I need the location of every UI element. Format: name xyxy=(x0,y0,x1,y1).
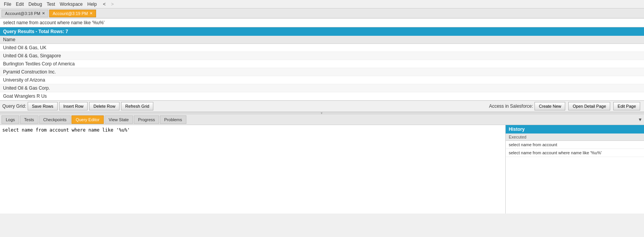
tab-bar: Account@3:18 PM ✕ Account@3:19 PM ✕ xyxy=(0,8,644,18)
tab-progress[interactable]: Progress xyxy=(134,115,159,124)
tab-account-318[interactable]: Account@3:18 PM ✕ xyxy=(2,10,48,17)
table-cell: Burlington Textiles Corp of America xyxy=(0,60,644,68)
salesforce-label: Access in Salesforce: xyxy=(489,103,533,109)
delete-row-button[interactable]: Delete Row xyxy=(89,102,120,110)
save-rows-button[interactable]: Save Rows xyxy=(28,102,58,110)
tab-tests-label: Tests xyxy=(24,117,34,122)
history-header: History xyxy=(506,125,644,134)
edit-page-button[interactable]: Edit Page xyxy=(613,102,640,110)
results-table: Name United Oil & Gas, UKUnited Oil & Ga… xyxy=(0,36,644,100)
nav-forward[interactable]: > xyxy=(110,1,115,8)
table-row[interactable]: Burlington Textiles Corp of America xyxy=(0,60,644,68)
table-cell: Pyramid Construction Inc. xyxy=(0,68,644,76)
tab-query-editor-label: Query Editor xyxy=(76,117,100,122)
tab-logs-label: Logs xyxy=(6,117,15,122)
table-cell: Goat Wranglers R Us xyxy=(0,92,644,100)
table-cell: United Oil & Gas, Singapore xyxy=(0,52,644,60)
results-title: Query Results - Total Rows: 7 xyxy=(3,29,68,34)
tab-label-318: Account@3:18 PM xyxy=(5,11,40,16)
tab-query-editor[interactable]: Query Editor xyxy=(71,115,104,124)
history-item[interactable]: select name from account where name like… xyxy=(506,149,644,157)
tab-checkpoints-label: Checkpoints xyxy=(43,117,67,122)
query-text: select name from account where name like… xyxy=(3,20,105,25)
history-section: Executed xyxy=(506,134,644,141)
table-cell: University of Arizona xyxy=(0,76,644,84)
col-header-name: Name xyxy=(0,36,644,44)
salesforce-access-section: Access in Salesforce: Create New Open De… xyxy=(489,102,642,110)
table-row[interactable]: United Oil & Gas Corp. xyxy=(0,84,644,92)
nav-back[interactable]: < xyxy=(101,1,107,8)
tab-problems-label: Problems xyxy=(164,117,182,122)
table-row[interactable]: United Oil & Gas, UK xyxy=(0,44,644,52)
history-item[interactable]: select name from account xyxy=(506,141,644,149)
menu-debug[interactable]: Debug xyxy=(26,1,44,8)
query-editor-input[interactable] xyxy=(0,125,505,214)
table-cell: United Oil & Gas, UK xyxy=(0,44,644,52)
menubar: File Edit Debug Test Workspace Help < > xyxy=(0,0,644,8)
menu-workspace[interactable]: Workspace xyxy=(57,1,85,8)
table-row[interactable]: United Oil & Gas, Singapore xyxy=(0,52,644,60)
tab-progress-label: Progress xyxy=(138,117,155,122)
query-editor-area[interactable] xyxy=(0,125,506,214)
tab-view-state[interactable]: View State xyxy=(105,115,133,124)
tab-problems[interactable]: Problems xyxy=(160,115,186,124)
table-row[interactable]: Goat Wranglers R Us xyxy=(0,92,644,100)
bottom-panel: History Executed select name from accoun… xyxy=(0,125,644,214)
tab-view-state-label: View State xyxy=(109,117,129,122)
history-list: select name from accountselect name from… xyxy=(506,141,644,157)
tab-close-318[interactable]: ✕ xyxy=(42,11,45,15)
tab-account-319[interactable]: Account@3:19 PM ✕ xyxy=(49,10,96,17)
tab-label-319: Account@3:19 PM xyxy=(53,11,88,16)
menu-help[interactable]: Help xyxy=(85,1,99,8)
results-area[interactable]: Name United Oil & Gas, UKUnited Oil & Ga… xyxy=(0,36,644,100)
table-row[interactable]: Pyramid Construction Inc. xyxy=(0,68,644,76)
collapse-icon[interactable]: ▼ xyxy=(638,117,642,122)
results-header: Query Results - Total Rows: 7 xyxy=(0,27,644,36)
menu-test[interactable]: Test xyxy=(44,1,57,8)
grid-toolbar: Query Grid: Save Rows Insert Row Delete … xyxy=(0,100,644,112)
tab-logs[interactable]: Logs xyxy=(2,115,19,124)
bottom-tab-bar: Logs Tests Checkpoints Query Editor View… xyxy=(0,114,644,125)
tab-tests[interactable]: Tests xyxy=(20,115,38,124)
open-detail-button[interactable]: Open Detail Page xyxy=(568,102,610,110)
table-cell: United Oil & Gas Corp. xyxy=(0,84,644,92)
query-display-bar: select name from account where name like… xyxy=(0,18,644,27)
tab-close-319[interactable]: ✕ xyxy=(90,11,93,15)
create-new-button[interactable]: Create New xyxy=(534,102,565,110)
grid-label: Query Grid: xyxy=(2,103,26,109)
tab-checkpoints[interactable]: Checkpoints xyxy=(39,115,71,124)
refresh-grid-button[interactable]: Refresh Grid xyxy=(121,102,153,110)
insert-row-button[interactable]: Insert Row xyxy=(59,102,88,110)
menu-file[interactable]: File xyxy=(2,1,13,8)
drag-handle-indicator: ▼ xyxy=(320,112,324,115)
table-row[interactable]: University of Arizona xyxy=(0,76,644,84)
menu-edit[interactable]: Edit xyxy=(13,1,26,8)
history-panel: History Executed select name from accoun… xyxy=(506,125,644,214)
